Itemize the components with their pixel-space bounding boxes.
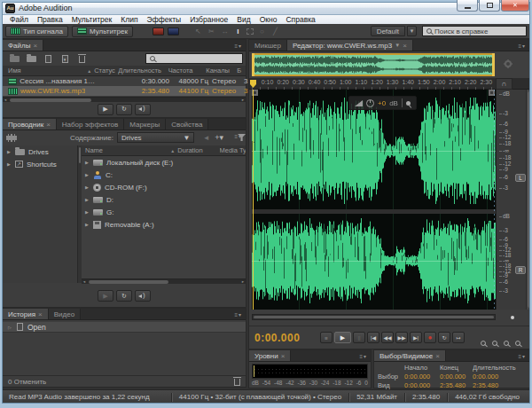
insert-into-multitrack-button[interactable] — [59, 53, 71, 64]
file-row[interactable]: www.CWER.ws.mp32:35.48044100 ГцСтерео3 — [3, 86, 246, 96]
minimize-button[interactable] — [457, 0, 478, 12]
spectral-frequency-display-icon[interactable] — [153, 27, 164, 35]
time-value[interactable]: 0:00.000 — [404, 381, 430, 389]
drive-row[interactable]: ▶G: — [82, 206, 246, 218]
time-value[interactable]: 0:00.000 — [473, 373, 498, 381]
files-column-header[interactable]: Б — [237, 67, 246, 75]
close-button[interactable]: ✕ — [501, 0, 529, 12]
marquee-selection-tool-icon[interactable] — [246, 28, 254, 35]
tab-selection-view[interactable]: Выбор/Видимое × — [374, 350, 446, 361]
spectral-pitch-display-icon[interactable] — [168, 27, 179, 35]
filter-funnel-icon[interactable] — [238, 134, 246, 141]
expander-icon[interactable]: ▶ — [85, 222, 90, 227]
tree-item[interactable]: ▶Drives — [3, 145, 77, 158]
zoom-in-button[interactable] — [481, 333, 486, 349]
timeline-ruler[interactable]: 0:100:200:300:400:501:001:101:201:301:40… — [249, 78, 529, 90]
media-loop-button[interactable]: ↻ — [116, 290, 132, 302]
time-display[interactable]: 0:00.000 — [254, 332, 300, 344]
panel-menu-icon[interactable]: ≡▾ — [518, 43, 526, 49]
panel-menu-icon[interactable]: ≡▾ — [234, 43, 242, 49]
help-search-box[interactable] — [422, 26, 527, 36]
lasso-selection-tool-icon[interactable]: ○ — [257, 27, 267, 35]
media-autoplay-button[interactable] — [135, 290, 151, 302]
history-entry[interactable]: ▷Open — [3, 322, 246, 333]
waveform-display[interactable] — [252, 90, 496, 310]
volume-hud[interactable]: +0 dB — [348, 96, 417, 110]
pin-icon[interactable] — [406, 101, 411, 106]
tab-levels[interactable]: Уровни × — [249, 350, 291, 361]
multitrack-view-button[interactable]: Мультитрек — [72, 26, 133, 37]
titlebar[interactable]: Au Adobe Audition — [2, 2, 530, 15]
tab-files[interactable]: Файлы × — [3, 40, 43, 51]
files-autoplay-button[interactable] — [135, 104, 151, 115]
expander-icon[interactable]: ▶ — [85, 172, 90, 177]
scroll-knob[interactable] — [511, 316, 514, 319]
files-column-header[interactable]: Частота — [168, 67, 207, 75]
tab-editor[interactable]: Редактор: www.CWER.ws.mp3 ▼ × — [287, 40, 413, 51]
expander-icon[interactable]: ▶ — [85, 197, 90, 202]
time-value[interactable]: 2:35.480 — [440, 381, 466, 389]
media-column-header[interactable]: Media Ty — [220, 146, 246, 154]
expander-icon[interactable]: ▶ — [7, 149, 12, 154]
tree-item[interactable]: ▶↗Shortcuts — [3, 158, 77, 170]
expander-icon[interactable]: ▶ — [85, 160, 90, 165]
import-file-button[interactable] — [25, 53, 37, 64]
time-value[interactable]: 2:35.480 — [473, 381, 498, 389]
close-icon[interactable]: × — [33, 42, 37, 50]
workspace-dropdown-arrow[interactable]: ▼ — [407, 26, 417, 36]
drive-row[interactable]: ▶Локальный диск (E:) — [82, 156, 246, 169]
tab-mixer[interactable]: Микшер — [249, 40, 287, 51]
files-column-header[interactable]: Имя▲ — [8, 67, 94, 75]
file-row[interactable]: Сессия ...названия 1.sesx0:30.00048000 Г… — [3, 76, 246, 86]
expander-icon[interactable]: ▶ — [7, 161, 12, 167]
back-arrow-icon[interactable]: ◄ — [201, 134, 211, 142]
chevron-down-icon[interactable]: ▼ — [395, 43, 400, 48]
expander-icon[interactable]: ▶ — [85, 184, 90, 190]
open-file-button[interactable] — [8, 53, 20, 64]
media-h-scrollbar[interactable]: ◄ ► — [82, 279, 246, 284]
media-column-header[interactable]: Duration — [177, 146, 219, 154]
record-button[interactable]: ● — [424, 332, 436, 343]
drive-row[interactable]: ▶CD-ROM (F:) — [82, 181, 246, 193]
menubar-item[interactable]: Файл — [5, 15, 33, 24]
drive-row[interactable]: ▶Removable (A:) — [82, 218, 246, 231]
zoom-selection-button[interactable] — [515, 333, 520, 349]
files-column-header[interactable]: Статус — [94, 67, 118, 75]
tab-effects-rack[interactable]: Набор эффектов — [57, 119, 125, 129]
new-file-button[interactable] — [42, 53, 54, 64]
channel-badge-l[interactable]: L — [515, 174, 526, 182]
move-tool-icon[interactable]: ↖ — [193, 27, 203, 35]
trash-icon[interactable] — [234, 379, 240, 386]
menubar-item[interactable]: Мультитрек — [67, 15, 117, 24]
expander-icon[interactable]: ▶ — [85, 209, 90, 215]
gain-knob-icon[interactable] — [366, 99, 374, 107]
waveform-view-button[interactable]: Тип сигнала — [5, 26, 68, 37]
time-value[interactable]: 0:00.000 — [404, 373, 430, 381]
media-column-header[interactable]: Name▲ — [85, 146, 177, 154]
close-files-button[interactable] — [75, 53, 88, 64]
skip-selection-button[interactable]: ↦ — [452, 332, 465, 343]
files-column-header[interactable]: Длительность — [118, 67, 168, 75]
close-icon[interactable]: × — [403, 42, 407, 50]
tab-properties[interactable]: Свойства — [166, 119, 208, 129]
editor-v-scrollbar[interactable] — [526, 90, 531, 310]
razor-tool-icon[interactable]: ✂ — [207, 27, 216, 35]
stop-button[interactable]: ■ — [320, 332, 332, 343]
slip-tool-icon[interactable]: ↔ — [220, 27, 230, 35]
close-icon[interactable]: × — [46, 121, 51, 129]
menubar-item[interactable]: Клип — [116, 15, 142, 24]
add-shortcut-icon[interactable]: +▾ — [215, 133, 223, 142]
channel-badge-r[interactable]: R — [515, 266, 526, 274]
editor-h-scrollbar[interactable] — [252, 314, 496, 320]
rewind-button[interactable]: ◀◀ — [381, 332, 394, 343]
panel-menu-icon[interactable]: ≡▾ — [234, 311, 242, 318]
menubar-item[interactable]: Окно — [255, 15, 282, 24]
help-search-input[interactable] — [434, 27, 522, 35]
menubar-item[interactable]: Правка — [33, 15, 67, 24]
drive-row[interactable]: ▶D: — [82, 193, 246, 206]
skip-to-end-button[interactable]: ▶| — [410, 332, 422, 343]
menubar-item[interactable]: Справка — [281, 15, 319, 24]
play-button[interactable]: ▶ — [334, 332, 351, 343]
maximize-button[interactable] — [479, 0, 500, 12]
files-search-input[interactable] — [158, 55, 239, 63]
